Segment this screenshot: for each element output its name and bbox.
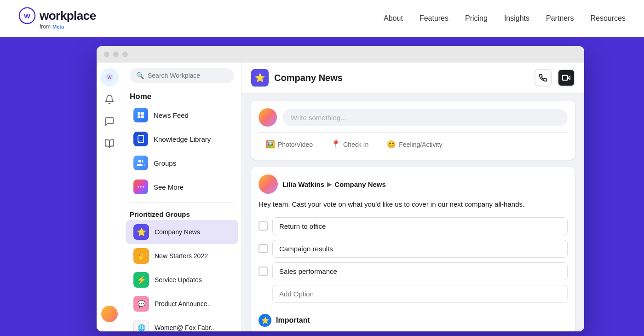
nav-item-newsfeed[interactable]: News Feed <box>126 103 238 127</box>
new-starters-icon: ✋ <box>133 248 149 264</box>
groups-icon <box>133 156 148 170</box>
post-author-info: Lilia Watkins ▶ Company News <box>282 180 386 188</box>
nav-insights[interactable]: Insights <box>504 14 529 23</box>
product-announce-label: Product Announce.. <box>155 300 211 307</box>
feed-area: Write something... 🖼️ Photo/Video 📍 Chec… <box>242 93 584 331</box>
new-starters-label: New Starters 2022 <box>155 252 208 260</box>
user-avatar-sidebar[interactable] <box>101 306 118 322</box>
post-author-name: Lilia Watkins <box>282 180 324 188</box>
header-actions <box>535 69 575 87</box>
post-author-arrow: ▶ <box>327 181 332 188</box>
logo-text: workplace <box>40 9 96 23</box>
post-channel-link[interactable]: Company News <box>334 180 386 188</box>
left-panel: 🔍 Home News Feed Knowledge Library <box>122 63 242 331</box>
knowledge-icon <box>133 132 148 146</box>
company-news-label: Company News <box>155 228 200 236</box>
home-section-title: Home <box>122 88 242 103</box>
workplace-logo-icon: w <box>18 7 36 24</box>
checkin-button[interactable]: 📍 Check In <box>324 136 376 152</box>
phone-button[interactable] <box>535 69 552 87</box>
logo-main: w workplace <box>18 7 96 24</box>
checkin-icon: 📍 <box>331 140 340 149</box>
app-layout: W <box>97 63 584 331</box>
feeling-button[interactable]: 😊 Feeling/Activity <box>380 136 449 152</box>
search-input[interactable] <box>148 72 228 79</box>
svg-point-12 <box>143 186 144 188</box>
group-item-new-starters[interactable]: ✋ New Starters 2022 <box>126 244 238 268</box>
svg-rect-14 <box>563 75 568 81</box>
browser-dot-1 <box>104 52 109 57</box>
channel-header: ⭐ Company News <box>242 63 584 93</box>
poll-checkbox-2[interactable] <box>259 244 268 253</box>
svg-text:W: W <box>107 75 112 80</box>
svg-text:w: w <box>23 12 30 20</box>
nav-resources[interactable]: Resources <box>591 14 626 23</box>
photo-video-button[interactable]: 🖼️ Photo/Video <box>259 136 320 152</box>
feeling-icon: 😊 <box>387 140 396 149</box>
group-item-product[interactable]: 💬 Product Announce.. <box>126 292 238 316</box>
poll-option-text-1: Return to office <box>272 217 568 235</box>
create-post-card: Write something... 🖼️ Photo/Video 📍 Chec… <box>251 101 575 160</box>
poll-checkbox-1[interactable] <box>259 221 268 231</box>
service-updates-icon: ⚡ <box>133 272 149 288</box>
channel-icon: ⭐ <box>251 69 269 87</box>
section-divider <box>130 203 234 203</box>
svg-rect-5 <box>138 112 140 115</box>
sidebar-book-icon[interactable] <box>100 134 119 153</box>
icon-sidebar: W <box>97 63 122 331</box>
nav-item-seemore[interactable]: See More <box>126 175 238 199</box>
svg-rect-7 <box>138 116 140 118</box>
group-item-women[interactable]: 🌐 Women@ Fox Fabr.. <box>126 316 238 331</box>
svg-point-10 <box>138 186 139 188</box>
nav-item-seemore-label: See More <box>154 183 184 191</box>
nav-partners[interactable]: Partners <box>546 14 574 23</box>
post-header: Lilia Watkins ▶ Company News <box>259 174 568 194</box>
current-user-avatar <box>259 108 277 127</box>
group-item-service-updates[interactable]: ⚡ Service Updates <box>126 268 238 292</box>
sidebar-home-icon[interactable]: W <box>100 68 119 87</box>
company-news-icon: ⭐ <box>133 224 149 240</box>
main-content: ⭐ Company News <box>242 63 584 331</box>
women-fox-label: Women@ Fox Fabr.. <box>155 324 214 331</box>
nav-pricing[interactable]: Pricing <box>465 14 488 23</box>
search-input-wrap: 🔍 <box>130 68 234 83</box>
prioritized-groups-title: Prioritized Groups <box>122 207 242 220</box>
meta-logo: Meta <box>52 24 64 29</box>
browser-window: W <box>97 46 584 331</box>
newsfeed-icon <box>133 108 148 122</box>
post-input[interactable]: Write something... <box>282 109 568 126</box>
nav-features[interactable]: Features <box>420 14 448 23</box>
search-icon: 🔍 <box>136 72 144 79</box>
poll-checkbox-3[interactable] <box>259 266 268 276</box>
important-section: ⭐ Important <box>259 310 568 327</box>
video-button[interactable] <box>558 69 575 87</box>
sidebar-chat-icon[interactable] <box>100 112 119 131</box>
sidebar-bell-icon[interactable] <box>100 90 119 109</box>
browser-dot-3 <box>122 52 128 57</box>
search-bar: 🔍 <box>130 68 234 83</box>
poll-option-2: Campaign results <box>259 240 568 258</box>
poll-option-text-2: Campaign results <box>272 240 568 258</box>
channel-name-area: ⭐ Company News <box>251 69 343 87</box>
nav-item-knowledge[interactable]: Knowledge Library <box>126 127 238 151</box>
women-fox-icon: 🌐 <box>133 320 149 331</box>
group-item-company-news[interactable]: ⭐ Company News <box>126 220 238 244</box>
seemore-icon <box>133 180 148 194</box>
nav-about[interactable]: About <box>384 14 403 23</box>
product-announce-icon: 💬 <box>133 296 149 312</box>
nav-item-newsfeed-label: News Feed <box>154 111 189 119</box>
nav-item-groups[interactable]: Groups <box>126 151 238 175</box>
nav-item-knowledge-label: Knowledge Library <box>154 135 211 143</box>
nav-links: About Features Pricing Insights Partners… <box>384 14 626 23</box>
create-post-top: Write something... <box>259 108 568 127</box>
service-updates-label: Service Updates <box>155 276 202 284</box>
important-icon: ⭐ <box>259 314 271 327</box>
poll-option-1: Return to office <box>259 217 568 235</box>
important-label: Important <box>276 316 310 324</box>
add-option-input[interactable] <box>272 285 568 303</box>
svg-point-9 <box>138 160 141 162</box>
post-body: Hey team. Cast your vote on what you'd l… <box>259 199 568 210</box>
post-author-avatar <box>259 174 278 194</box>
channel-title: Company News <box>274 73 343 83</box>
svg-point-11 <box>140 186 142 188</box>
